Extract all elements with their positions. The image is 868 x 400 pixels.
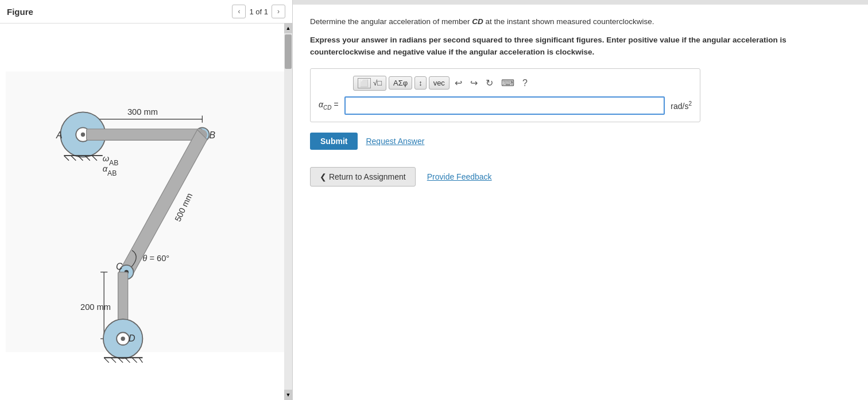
right-panel: Determine the angular acceleration of me… [293, 0, 868, 400]
svg-text:200 mm: 200 mm [80, 302, 111, 312]
redo-btn[interactable]: ↪ [467, 76, 480, 90]
svg-text:A: A [56, 130, 63, 140]
left-panel: Figure ‹ 1 of 1 › 300 mm A [0, 0, 293, 400]
svg-line-34 [111, 358, 116, 363]
undo-btn[interactable]: ↩ [452, 76, 465, 90]
refresh-btn[interactable]: ↻ [483, 76, 496, 90]
fraction-icon: ⬜ [358, 78, 371, 88]
sqrt-icon: √□ [373, 79, 382, 87]
math-toolbar: ⬜ √□ ΑΣφ ↕ vec ↩ ↪ ↻ ⌨ ? [319, 76, 692, 91]
request-answer-btn[interactable]: Request Answer [366, 137, 424, 146]
pagination-next-btn[interactable]: › [272, 5, 285, 18]
answer-container: ⬜ √□ ΑΣφ ↕ vec ↩ ↪ ↻ ⌨ ? αCD = rad/s2 [310, 68, 700, 122]
nav-action-row: ❮ Return to Assignment Provide Feedback [310, 167, 851, 187]
svg-line-36 [125, 358, 130, 363]
arrow-btn[interactable]: ↕ [414, 76, 427, 90]
problem-instruction: Express your answer in radians per secon… [310, 34, 851, 58]
figure-header: Figure ‹ 1 of 1 › [0, 0, 292, 24]
svg-point-7 [81, 133, 85, 137]
svg-line-37 [132, 358, 137, 363]
scroll-down-arrow[interactable]: ▼ [284, 390, 292, 400]
answer-input[interactable] [344, 96, 665, 115]
help-btn[interactable]: ? [520, 77, 530, 90]
pagination-text: 1 of 1 [249, 7, 268, 16]
fraction-sqrt-btn[interactable]: ⬜ √□ [353, 76, 386, 91]
submit-btn[interactable]: Submit [310, 133, 358, 150]
keyboard-btn[interactable]: ⌨ [498, 76, 517, 90]
problem-description: Determine the angular acceleration of me… [310, 16, 851, 28]
scrollbar[interactable]: ▲ ▼ [284, 23, 292, 400]
svg-text:C: C [116, 262, 123, 271]
svg-line-38 [139, 358, 142, 363]
scroll-up-arrow[interactable]: ▲ [284, 23, 292, 33]
svg-line-33 [104, 358, 109, 363]
top-bar [293, 0, 868, 5]
input-label: αCD = [319, 100, 339, 111]
pagination: ‹ 1 of 1 › [232, 5, 285, 18]
action-buttons: Submit Request Answer [310, 133, 851, 150]
svg-text:B: B [210, 130, 216, 140]
return-to-assignment-btn[interactable]: ❮ Return to Assignment [310, 167, 416, 187]
svg-point-30 [121, 337, 125, 341]
vec-btn[interactable]: vec [429, 76, 450, 90]
unit-label: rad/s2 [671, 100, 692, 111]
figure-title: Figure [7, 7, 33, 17]
figure-content: 300 mm A B ωAB αAB [0, 24, 292, 400]
pagination-prev-btn[interactable]: ‹ [232, 5, 246, 18]
symbol-btn[interactable]: ΑΣφ [389, 76, 412, 90]
input-row: αCD = rad/s2 [319, 96, 692, 115]
figure-diagram: 300 mm A B ωAB αAB [6, 29, 286, 394]
svg-text:D: D [129, 333, 135, 343]
provide-feedback-btn[interactable]: Provide Feedback [427, 172, 492, 181]
svg-text:θ = 60°: θ = 60° [142, 254, 169, 263]
svg-rect-12 [87, 129, 203, 141]
scrollbar-thumb[interactable] [285, 34, 292, 69]
svg-text:300 mm: 300 mm [127, 107, 158, 116]
